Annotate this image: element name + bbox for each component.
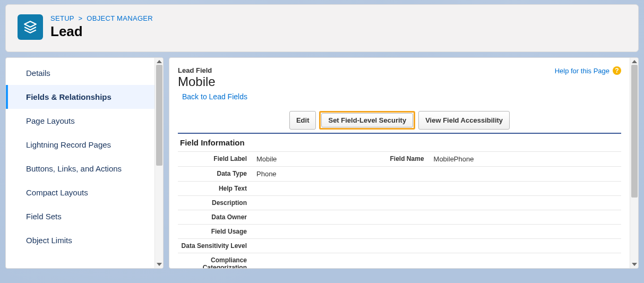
page-title: Lead	[50, 23, 153, 40]
breadcrumb: SETUP > OBJECT MANAGER	[50, 14, 153, 22]
help-for-page-link[interactable]: Help for this Page ?	[555, 66, 621, 75]
help-link-label: Help for this Page	[555, 67, 609, 75]
label-data-type: Data Type	[178, 167, 252, 182]
scroll-up-icon[interactable]	[632, 60, 637, 63]
field-title: Mobile	[178, 74, 247, 89]
sidebar-item-field-sets[interactable]: Field Sets	[6, 204, 154, 228]
sidebar-panel: Details Fields & Relationships Page Layo…	[5, 57, 164, 269]
breadcrumb-separator: >	[79, 14, 83, 22]
back-to-lead-fields-link[interactable]: Back to Lead Fields	[182, 92, 247, 101]
value-field-label: Mobile	[252, 152, 366, 167]
action-button-row: Edit Set Field-Level Security View Field…	[178, 111, 621, 134]
sidebar-item-object-limits[interactable]: Object Limits	[6, 228, 154, 252]
scroll-down-icon[interactable]	[632, 263, 637, 266]
sidebar-item-page-layouts[interactable]: Page Layouts	[6, 109, 154, 133]
set-fls-highlight: Set Field-Level Security	[319, 111, 415, 130]
value-data-sensitivity	[252, 239, 366, 253]
label-field-name: Field Name	[366, 152, 430, 167]
set-field-level-security-button[interactable]: Set Field-Level Security	[321, 113, 413, 127]
field-information-table: Field Label Mobile Field Name MobilePhon…	[178, 151, 621, 268]
row-data-sensitivity: Data Sensitivity Level	[178, 239, 621, 253]
row-data-owner: Data Owner	[178, 210, 621, 225]
label-compliance: Compliance Categorization	[178, 253, 252, 269]
label-data-owner: Data Owner	[178, 210, 252, 225]
field-kicker: Lead Field	[178, 66, 247, 74]
label-field-usage: Field Usage	[178, 225, 252, 239]
sidebar-item-lightning-record-pages[interactable]: Lightning Record Pages	[6, 133, 154, 157]
sidebar-scrollbar[interactable]	[154, 58, 163, 268]
help-icon: ?	[613, 66, 621, 75]
main-scrollbar[interactable]	[630, 58, 638, 268]
sidebar-item-compact-layouts[interactable]: Compact Layouts	[6, 181, 154, 204]
label-data-sensitivity: Data Sensitivity Level	[178, 239, 252, 253]
row-field-label: Field Label Mobile Field Name MobilePhon…	[178, 152, 621, 167]
field-information-heading: Field Information	[178, 134, 621, 151]
sidebar-item-fields-relationships[interactable]: Fields & Relationships	[6, 85, 154, 109]
value-data-owner	[252, 210, 366, 225]
value-description	[252, 196, 366, 210]
breadcrumb-object-manager[interactable]: OBJECT MANAGER	[87, 14, 153, 22]
row-description: Description	[178, 196, 621, 210]
label-help-text: Help Text	[178, 182, 252, 196]
edit-button[interactable]: Edit	[289, 111, 316, 130]
row-field-usage: Field Usage	[178, 225, 621, 239]
breadcrumb-setup[interactable]: SETUP	[50, 14, 74, 22]
value-data-type: Phone	[252, 167, 366, 182]
value-field-usage	[252, 225, 366, 239]
value-compliance	[252, 253, 366, 269]
value-help-text	[252, 182, 366, 196]
sidebar-item-details[interactable]: Details	[6, 61, 154, 85]
view-field-accessibility-button[interactable]: View Field Accessibility	[418, 111, 510, 130]
scroll-up-icon[interactable]	[157, 60, 162, 63]
label-field-label: Field Label	[178, 152, 252, 167]
sidebar-item-buttons-links-actions[interactable]: Buttons, Links, and Actions	[6, 157, 154, 181]
row-help-text: Help Text	[178, 182, 621, 196]
object-manager-icon	[18, 14, 43, 40]
scroll-thumb[interactable]	[631, 65, 638, 198]
label-description: Description	[178, 196, 252, 210]
row-compliance: Compliance Categorization	[178, 253, 621, 269]
row-data-type: Data Type Phone	[178, 167, 621, 182]
value-field-name: MobilePhone	[430, 152, 621, 167]
main-panel: Lead Field Mobile Back to Lead Fields He…	[169, 57, 639, 269]
scroll-thumb[interactable]	[156, 65, 162, 166]
setup-header: SETUP > OBJECT MANAGER Lead	[5, 4, 639, 52]
scroll-down-icon[interactable]	[157, 263, 162, 266]
sidebar-nav: Details Fields & Relationships Page Layo…	[6, 58, 163, 252]
